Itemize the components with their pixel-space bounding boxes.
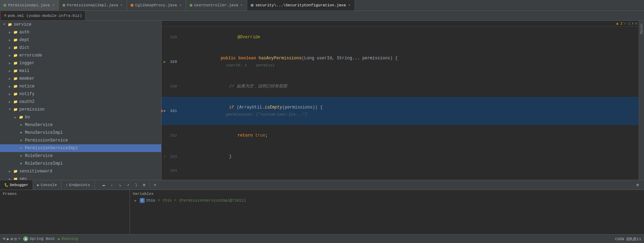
debug-toolbar: ▬ ↓ ↘ ↗ ⤵ ⊞ ≡ (98, 180, 162, 190)
tree-item-logger[interactable]: ▶ 📁 logger (0, 59, 161, 67)
status-right-label: CSDN @执迷11 (615, 236, 641, 242)
tree-label-mail: mail (19, 68, 29, 73)
bottom-tab-endpoints[interactable]: ⚡ Endpoints (61, 180, 94, 190)
tree-item-bo[interactable]: ▶ 📁 bo (0, 113, 161, 121)
var-row-this: ▶ C this = this = {PermissionServiceImpl… (130, 197, 644, 204)
nav-down-icon[interactable]: ∨ (635, 21, 637, 26)
tab-label-cglib-proxy: CglibAopProxy.java (135, 3, 177, 7)
bottom-tab-console[interactable]: ▶ Console (33, 180, 61, 190)
kw-return-332: return (237, 133, 252, 138)
fn-hasAnyPermissions: hasAnyPermissions (258, 56, 301, 61)
bottom-tab-debugger[interactable]: 🐛 Debugger (0, 180, 33, 190)
folder-icon-dept: 📁 (13, 38, 18, 42)
impl-icon-permissionserviceimpl: ● (18, 146, 24, 151)
tab-permission-api-impl[interactable]: PermissionApiImpl.java × (59, 0, 127, 11)
sub-tab-pom[interactable]: m pom.xml (yudao-module-infra-biz) (1, 11, 86, 20)
code-scroll-area[interactable]: 328 @Override ▶ 329 public boolean hasAn… (162, 27, 639, 180)
gutter-333: ▾ 333 (162, 155, 179, 159)
tree-item-permissionserviceimpl[interactable]: ● PermissionServiceImpl (0, 144, 161, 152)
code-line-334: 334 (162, 167, 639, 174)
running-status[interactable]: ▶ Running (58, 237, 78, 241)
tree-item-roleservice[interactable]: ● RoleService (0, 152, 161, 160)
service-icon-roleservice: ● (18, 153, 24, 158)
endpoints-icon: ⚡ (66, 183, 68, 187)
line-number-329: 329 (167, 60, 177, 64)
comment-330: // 如果为空，说明已经有权限 (229, 84, 287, 89)
nav-up-icon[interactable]: ∧ (632, 21, 634, 26)
tab-close-cglib-proxy[interactable]: × (179, 3, 182, 8)
tree-item-notice[interactable]: ▶ 📁 notice (0, 83, 161, 90)
maven-panel[interactable]: Maven (639, 21, 644, 180)
fold-icon-333[interactable]: ▾ (164, 155, 166, 159)
tree-item-menuserviceimpl[interactable]: ● MenuServiceImpl (0, 129, 161, 137)
tree-item-sensitiveword[interactable]: ▶ 📁 sensitiveword (0, 168, 161, 175)
toolbar-resume[interactable]: ▬ (100, 182, 107, 189)
toolbar-step-over[interactable]: ↓ (109, 182, 116, 189)
tree-arrow-mail: ▶ (7, 68, 13, 74)
tree-item-member[interactable]: ▶ 📁 member (0, 75, 161, 83)
tab-close-user-controller[interactable]: × (240, 3, 243, 8)
toolbar-more[interactable]: ≡ (152, 182, 159, 189)
tree-label-service: service (14, 22, 31, 27)
folder-icon-mail: 📁 (13, 68, 18, 73)
pom-icon: m (4, 14, 6, 18)
folder-icon-dict: 📁 (13, 45, 18, 50)
breakpoint-331[interactable] (162, 109, 163, 113)
add-icon[interactable]: + (18, 237, 21, 241)
build-icon[interactable]: ⊞ (11, 237, 13, 241)
tree-arrow-dict: ▶ (7, 45, 13, 51)
tab-user-controller[interactable]: UserController.java × (186, 0, 247, 11)
tree-arrow-member: ▶ (7, 76, 13, 81)
tab-close-permission-api[interactable]: × (52, 3, 55, 8)
sidebar-toggle-icon[interactable]: ≡ (3, 236, 6, 242)
tree-label-notify: notify (19, 92, 34, 97)
toolbar-step-out[interactable]: ↗ (125, 182, 132, 189)
sub-tab-bar: m pom.xml (yudao-module-infra-biz) (0, 11, 644, 21)
tree-item-errorcode[interactable]: ▶ 📁 errorcode (0, 52, 161, 59)
tree-item-service[interactable]: ▼ 📁 service (0, 21, 161, 28)
tab-cglib-proxy[interactable]: CglibAopProxy.java × (127, 0, 186, 11)
tree-item-notify[interactable]: ▶ 📁 notify (0, 90, 161, 98)
tab-security-config[interactable]: security\...\SecurityConfiguration.java … (247, 0, 355, 11)
code-line-332: 332 return true; (162, 125, 639, 146)
tree-item-dict[interactable]: ▶ 📁 dict (0, 44, 161, 52)
folder-icon-sms: 📁 (13, 177, 18, 180)
tree-label-logger: logger (19, 61, 34, 66)
var-val-this: this = {PermissionServiceImpl@71011} (163, 198, 246, 203)
toolbar-evaluate[interactable]: ⊞ (141, 182, 148, 189)
tree-item-sms[interactable]: ▶ 📁 sms (0, 175, 161, 180)
toolbar-run-to-cursor[interactable]: ⤵ (133, 182, 140, 189)
gutter-330: 330 (162, 84, 179, 88)
tree-item-mail[interactable]: ▶ 📁 mail (0, 67, 161, 75)
tree-item-permissionservice[interactable]: ● PermissionService (0, 137, 161, 144)
tree-arrow-notice: ▶ (7, 84, 13, 89)
var-expand-this[interactable]: ▶ (133, 198, 138, 203)
tree-item-oauth2[interactable]: ▶ 📁 oauth2 (0, 98, 161, 106)
csdn-label: CSDN @执迷11 (615, 236, 641, 242)
service-icon-permissionservice: ● (18, 138, 24, 143)
toolbar-step-into[interactable]: ↘ (117, 182, 124, 189)
filter-icon[interactable]: ⊟ (14, 237, 17, 241)
frames-panel: Frames (0, 190, 130, 234)
folder-icon-sensitiveword: 📁 (13, 169, 18, 174)
maven-label[interactable]: Maven (640, 22, 644, 35)
run-icon[interactable]: ▶ (7, 237, 9, 241)
toolbar-sep (150, 182, 150, 188)
tab-close-security-config[interactable]: × (348, 3, 351, 8)
folder-icon-bo: 📁 (18, 115, 24, 120)
tree-item-dept[interactable]: ▶ 📁 dept (0, 36, 161, 44)
expand-icon[interactable]: ⊞ (634, 182, 641, 189)
debugger-icon: 🐛 (4, 183, 8, 187)
gutter-332: 332 (162, 133, 179, 138)
status-left-icons: ≡ ▶ ⊞ ⊟ + (3, 236, 20, 242)
tree-item-auth[interactable]: ▶ 📁 auth (0, 28, 161, 36)
tab-close-permission-api-impl[interactable]: × (120, 3, 123, 8)
tab-label-security-config: security\...\SecurityConfiguration.java (255, 3, 346, 7)
tree-item-roleserviceimpl[interactable]: ● RoleServiceImpl (0, 160, 161, 168)
tree-item-menuservice[interactable]: ● MenuService (0, 121, 161, 129)
tree-item-permission[interactable]: ▼ 📁 permission (0, 106, 161, 113)
code-editor-wrapper: ▲ 2 ✓ 1 ∧ ∨ 328 @Override (162, 21, 639, 180)
line-number-328: 328 (167, 35, 177, 39)
tab-permission-api[interactable]: PermissionApi.java × (0, 0, 59, 11)
folder-icon-permission: 📁 (13, 107, 18, 112)
